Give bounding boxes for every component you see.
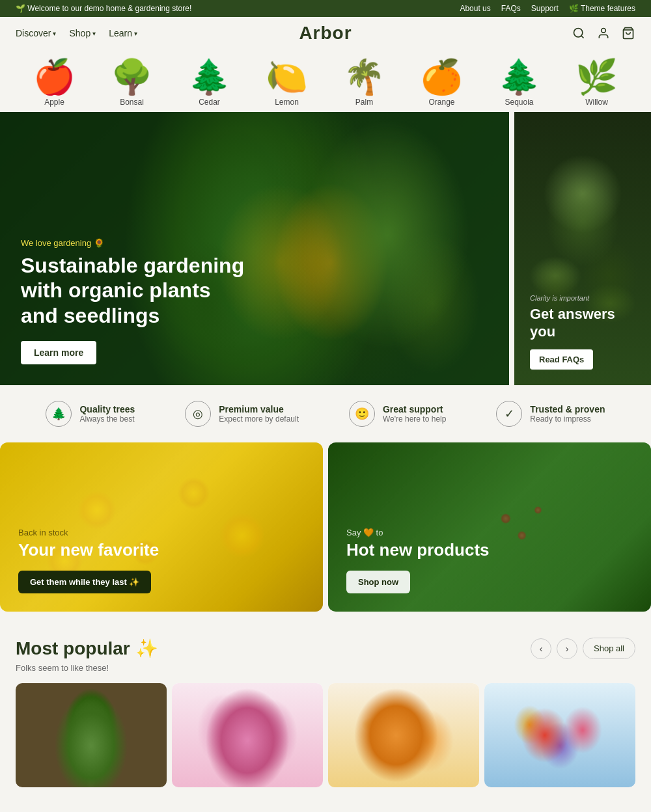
tree-categories: 🍎 Apple 🌳 Bonsai 🌲 Cedar 🍋 Lemon 🌴 Palm …	[0, 49, 651, 112]
site-logo[interactable]: Arbor	[299, 23, 352, 43]
read-faqs-button[interactable]: Read FAQs	[530, 349, 593, 370]
announcement: 🌱 Welcome to our demo home & gardening s…	[16, 4, 191, 13]
tree-category-orange[interactable]: 🍊 Orange	[421, 60, 463, 107]
product-card-2[interactable]	[172, 683, 323, 787]
svg-point-0	[574, 29, 583, 37]
hero-section: We love gardening 🌻 Sustainable gardenin…	[0, 112, 651, 385]
promo-banners: Back in stock Your new favorite Get them…	[0, 442, 651, 612]
feature-quality-title: Quality trees	[79, 404, 135, 414]
prev-arrow-button[interactable]: ‹	[531, 638, 551, 659]
product-card-3[interactable]	[328, 683, 479, 787]
quality-icon: 🌲	[46, 401, 72, 427]
product-card-1[interactable]	[16, 683, 167, 787]
promo-banner-back-in-stock: Back in stock Your new favorite Get them…	[0, 442, 323, 612]
section-nav: ‹ › Shop all	[531, 638, 635, 659]
section-subtitle: Folks seem to like these!	[16, 663, 635, 673]
feature-trusted: ✓ Trusted & proven Ready to impress	[496, 401, 605, 427]
chevron-down-icon: ▾	[53, 30, 56, 37]
tree-category-lemon[interactable]: 🍋 Lemon	[266, 60, 308, 107]
discover-nav-item[interactable]: Discover ▾	[16, 28, 56, 38]
promo-tag-1: Back in stock	[18, 528, 305, 537]
feature-support: 🙂 Great support We're here to help	[349, 401, 446, 427]
tree-category-cedar[interactable]: 🌲 Cedar	[188, 60, 230, 107]
shop-all-button[interactable]: Shop all	[583, 638, 635, 659]
hero-content: We love gardening 🌻 Sustainable gardenin…	[21, 238, 488, 364]
next-arrow-button[interactable]: ›	[557, 638, 577, 659]
tree-category-willow[interactable]: 🌿 Willow	[575, 60, 618, 107]
hero-title: Sustainable gardening with organic plant…	[21, 253, 488, 328]
most-popular-section: Most popular ✨ ‹ › Shop all Folks seem t…	[0, 617, 651, 798]
features-bar: 🌲 Quality trees Always the best ◎ Premiu…	[0, 385, 651, 442]
shop-nav-item[interactable]: Shop ▾	[69, 28, 96, 38]
product-image-1	[16, 683, 167, 787]
hero-main: We love gardening 🌻 Sustainable gardenin…	[0, 112, 509, 385]
hero-side-tag: Clarity is important	[530, 294, 635, 302]
nav-center: Arbor	[299, 23, 352, 44]
learn-nav-item[interactable]: Learn ▾	[109, 28, 137, 38]
tree-category-apple[interactable]: 🍎 Apple	[33, 60, 76, 107]
product-image-4	[484, 683, 635, 787]
promo-title-1: Your new favorite	[18, 540, 305, 560]
section-title: Most popular ✨	[16, 638, 158, 659]
main-nav: Discover ▾ Shop ▾ Learn ▾ Arbor	[0, 17, 651, 49]
feature-quality: 🌲 Quality trees Always the best	[46, 401, 135, 427]
feature-support-sub: We're here to help	[383, 414, 446, 424]
cart-icon[interactable]	[621, 26, 635, 40]
tree-category-bonsai[interactable]: 🌳 Bonsai	[111, 60, 153, 107]
feature-premium-sub: Expect more by default	[219, 414, 299, 424]
learn-more-button[interactable]: Learn more	[21, 341, 96, 364]
nav-left: Discover ▾ Shop ▾ Learn ▾	[16, 28, 137, 38]
support-link[interactable]: Support	[531, 4, 559, 13]
hero-tag: We love gardening 🌻	[21, 238, 488, 248]
get-them-button[interactable]: Get them while they last ✨	[18, 571, 151, 593]
chevron-down-icon: ▾	[92, 30, 96, 37]
shop-now-button[interactable]: Shop now	[346, 571, 410, 593]
nav-right	[572, 26, 635, 40]
promo-title-2: Hot new products	[346, 540, 633, 560]
hero-side-content: Clarity is important Get answers you Rea…	[530, 294, 635, 370]
product-grid	[16, 683, 635, 787]
product-image-2	[172, 683, 323, 787]
theme-link[interactable]: 🌿 Theme features	[569, 4, 635, 13]
feature-support-title: Great support	[383, 404, 446, 414]
tree-category-sequoia[interactable]: 🌲 Sequoia	[498, 60, 540, 107]
faqs-link[interactable]: FAQs	[501, 4, 521, 13]
feature-premium: ◎ Premium value Expect more by default	[185, 401, 299, 427]
product-image-3	[328, 683, 479, 787]
hero-side-title: Get answers you	[530, 306, 635, 340]
product-card-4[interactable]	[484, 683, 635, 787]
trusted-icon: ✓	[496, 401, 522, 427]
section-header: Most popular ✨ ‹ › Shop all	[16, 638, 635, 659]
promo-banner-hot-products: Say 🧡 to Hot new products Shop now	[328, 442, 651, 612]
feature-trusted-title: Trusted & proven	[530, 404, 605, 414]
hero-side: Clarity is important Get answers you Rea…	[514, 112, 651, 385]
premium-icon: ◎	[185, 401, 211, 427]
top-bar-links: About us FAQs Support 🌿 Theme features	[460, 4, 635, 13]
chevron-down-icon: ▾	[134, 30, 137, 37]
search-icon[interactable]	[572, 26, 586, 40]
support-icon: 🙂	[349, 401, 375, 427]
svg-point-1	[602, 29, 606, 33]
tree-category-palm[interactable]: 🌴 Palm	[343, 60, 385, 107]
account-icon[interactable]	[596, 26, 611, 40]
feature-premium-title: Premium value	[219, 404, 299, 414]
feature-trusted-sub: Ready to impress	[530, 414, 605, 424]
promo-tag-2: Say 🧡 to	[346, 528, 633, 537]
top-bar: 🌱 Welcome to our demo home & gardening s…	[0, 0, 651, 17]
about-link[interactable]: About us	[460, 4, 490, 13]
feature-quality-sub: Always the best	[79, 414, 135, 424]
